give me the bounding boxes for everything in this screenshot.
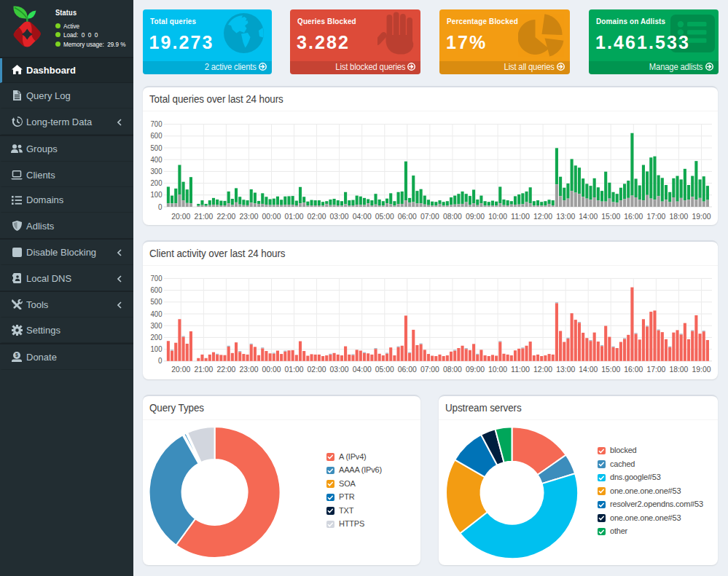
svg-text:05:00: 05:00 <box>375 365 394 374</box>
svg-text:19:00: 19:00 <box>692 365 711 374</box>
svg-text:0: 0 <box>158 202 163 211</box>
svg-text:09:00: 09:00 <box>466 365 485 374</box>
svg-text:600: 600 <box>151 131 163 140</box>
svg-text:14:00: 14:00 <box>579 365 598 374</box>
svg-text:21:00: 21:00 <box>194 365 213 374</box>
svg-text:10:00: 10:00 <box>488 212 507 221</box>
svg-text:07:00: 07:00 <box>420 212 439 221</box>
svg-text:06:00: 06:00 <box>398 212 417 221</box>
svg-text:11:00: 11:00 <box>511 212 530 221</box>
svg-text:00:00: 00:00 <box>262 365 281 374</box>
svg-text:10:00: 10:00 <box>488 365 507 374</box>
svg-text:300: 300 <box>151 321 163 330</box>
svg-text:19:00: 19:00 <box>692 212 711 221</box>
svg-text:15:00: 15:00 <box>601 365 620 374</box>
svg-text:17:00: 17:00 <box>646 212 665 221</box>
svg-text:0: 0 <box>158 356 163 365</box>
svg-text:20:00: 20:00 <box>171 365 190 374</box>
svg-text:11:00: 11:00 <box>511 365 530 374</box>
svg-text:08:00: 08:00 <box>443 365 462 374</box>
svg-text:01:00: 01:00 <box>285 212 304 221</box>
svg-text:17:00: 17:00 <box>646 365 665 374</box>
svg-text:$: $ <box>15 352 18 358</box>
svg-text:700: 700 <box>151 274 163 283</box>
svg-text:07:00: 07:00 <box>420 365 439 374</box>
svg-text:400: 400 <box>151 309 163 318</box>
svg-text:300: 300 <box>151 167 163 175</box>
svg-text:500: 500 <box>151 143 163 152</box>
svg-text:22:00: 22:00 <box>216 365 235 374</box>
svg-text:18:00: 18:00 <box>669 365 688 374</box>
svg-text:13:00: 13:00 <box>556 212 575 221</box>
svg-text:02:00: 02:00 <box>308 365 326 374</box>
svg-text:15:00: 15:00 <box>601 212 620 221</box>
svg-text:16:00: 16:00 <box>624 365 643 374</box>
svg-text:03:00: 03:00 <box>330 365 349 374</box>
svg-text:200: 200 <box>151 178 163 187</box>
svg-text:05:00: 05:00 <box>375 212 394 221</box>
svg-text:700: 700 <box>151 119 163 128</box>
svg-text:22:00: 22:00 <box>216 212 235 221</box>
svg-text:12:00: 12:00 <box>533 212 552 221</box>
svg-text:600: 600 <box>151 285 163 294</box>
svg-text:14:00: 14:00 <box>579 212 598 221</box>
svg-text:200: 200 <box>151 333 163 342</box>
svg-text:09:00: 09:00 <box>466 212 485 221</box>
svg-text:08:00: 08:00 <box>443 212 462 221</box>
svg-text:23:00: 23:00 <box>240 365 259 374</box>
svg-text:400: 400 <box>151 155 163 164</box>
svg-text:00:00: 00:00 <box>262 212 281 221</box>
svg-text:06:00: 06:00 <box>398 365 417 374</box>
svg-text:04:00: 04:00 <box>353 212 372 221</box>
svg-text:04:00: 04:00 <box>353 365 372 374</box>
svg-text:02:00: 02:00 <box>308 212 326 221</box>
svg-text:100: 100 <box>151 344 163 353</box>
svg-text:03:00: 03:00 <box>330 212 349 221</box>
svg-text:100: 100 <box>151 190 163 199</box>
svg-text:23:00: 23:00 <box>240 212 259 221</box>
svg-text:500: 500 <box>151 297 163 306</box>
svg-text:21:00: 21:00 <box>194 212 213 221</box>
svg-text:18:00: 18:00 <box>669 212 688 221</box>
svg-text:16:00: 16:00 <box>624 212 643 221</box>
svg-text:01:00: 01:00 <box>285 365 304 374</box>
svg-text:13:00: 13:00 <box>556 365 575 374</box>
svg-text:20:00: 20:00 <box>171 212 190 221</box>
svg-text:12:00: 12:00 <box>533 365 552 374</box>
